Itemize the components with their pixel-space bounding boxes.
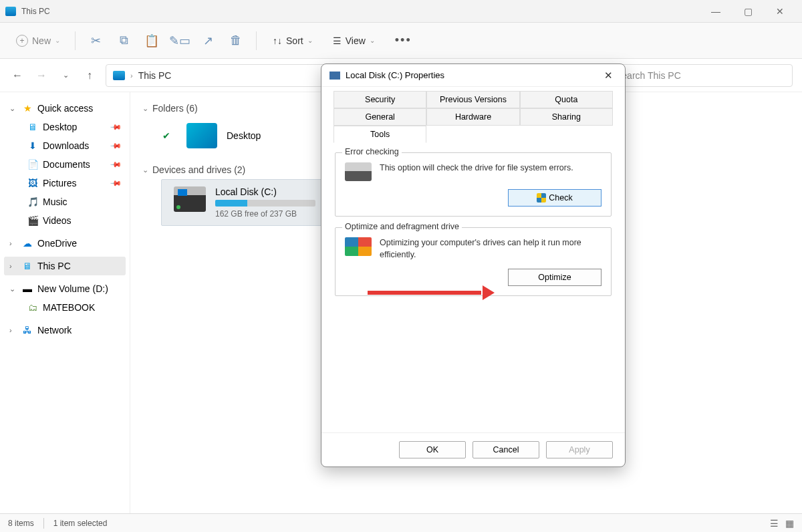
tree-desktop[interactable]: 🖥Desktop📌 [21,118,126,136]
shield-icon [537,193,546,203]
status-selection: 1 item selected [53,519,108,528]
more-button[interactable]: ••• [387,29,420,51]
window-titlebar: This PC ― ▢ ✕ [0,0,802,23]
pin-icon: 📌 [109,139,122,152]
search-input[interactable]: Search This PC [608,64,793,87]
tree-videos[interactable]: 🎬Videos [21,211,126,230]
status-bar: 8 items 1 item selected ☰ ▦ [0,513,802,532]
download-icon: ⬇ [27,140,39,152]
folder-label: Desktop [227,130,261,141]
this-pc-icon [113,71,125,80]
nav-tree: ⌄ ★ Quick access 🖥Desktop📌 ⬇Downloads📌 📄… [0,92,130,513]
tree-quick-access[interactable]: ⌄ ★ Quick access [4,99,126,118]
drive-local-disk-c[interactable]: Local Disk (C:) 162 GB free of 237 GB [161,179,333,226]
optimize-text: Optimizing your computer's drives can he… [380,237,602,261]
copy-icon[interactable]: ⧉ [112,29,136,53]
pin-icon: 📌 [109,176,122,189]
back-button[interactable]: ← [9,68,25,84]
tree-matebook[interactable]: 🗂MATEBOOK [21,298,126,317]
drive-free-text: 162 GB free of 237 GB [215,209,321,219]
paste-icon[interactable]: 📋 [140,29,164,53]
pin-icon: 📌 [109,120,122,133]
music-icon: 🎵 [27,196,39,208]
drive-icon [329,72,340,80]
star-icon: ★ [21,102,33,114]
drive-name: Local Disk (C:) [215,186,321,197]
drive-usage-bar [215,200,315,207]
up-button[interactable]: ↑ [82,68,98,84]
cancel-button[interactable]: Cancel [473,441,539,458]
chevron-down-icon: ⌄ [9,104,17,113]
cut-icon[interactable]: ✂ [84,29,108,53]
plus-icon: + [16,35,28,47]
tiles-view-icon[interactable]: ▦ [785,518,794,529]
recent-button[interactable]: ⌄ [57,68,74,84]
chevron-down-icon: ⌄ [142,104,148,113]
chevron-right-icon: › [9,239,17,247]
tree-new-volume[interactable]: ⌄ ▬ New Volume (D:) [4,279,126,298]
document-icon: 📄 [27,158,39,170]
sort-icon: ↑↓ [273,35,282,46]
toolbar: + New ⌄ ✂ ⧉ 📋 ✎▭ ↗ 🗑 ↑↓ Sort ⌄ ☰ View ⌄ … [0,23,802,59]
group-label: Optimize and defragment drive [342,222,462,231]
tab-tools[interactable]: Tools [333,126,426,143]
network-icon: 🖧 [21,324,33,336]
optimize-group: Optimize and defragment drive Optimizing… [335,227,612,296]
folder-icon [186,123,217,148]
window-title: This PC [21,7,50,16]
properties-dialog: Local Disk (C:) Properties ✕ Security Pr… [321,63,626,467]
tab-quota[interactable]: Quota [520,91,613,108]
tree-network[interactable]: › 🖧 Network [4,321,126,340]
tree-pictures[interactable]: 🖼Pictures📌 [21,174,126,192]
apply-button[interactable]: Apply [546,441,613,458]
error-checking-group: Error checking This option will check th… [335,152,612,217]
optimize-button[interactable]: Optimize [508,269,602,286]
view-label: View [346,35,366,46]
close-button[interactable]: ✕ [770,5,790,18]
drive-icon: ▬ [21,283,33,295]
dialog-titlebar: Local Disk (C:) Properties ✕ [321,64,625,87]
chevron-right-icon: › [130,72,133,80]
tree-label: Quick access [37,103,93,114]
picture-icon: 🖼 [27,177,39,189]
rename-icon[interactable]: ✎▭ [168,29,192,53]
cloud-icon: ☁ [21,237,33,249]
maximize-button[interactable]: ▢ [738,5,758,18]
folder-desktop[interactable]: ✔ Desktop [162,123,296,148]
defrag-icon [345,237,372,256]
tab-security[interactable]: Security [333,91,426,108]
section-label: Devices and drives (2) [152,164,245,175]
check-button[interactable]: Check [508,189,602,207]
view-button[interactable]: ☰ View ⌄ [325,31,383,50]
share-icon[interactable]: ↗ [196,29,220,53]
delete-icon[interactable]: 🗑 [224,29,248,53]
minimize-button[interactable]: ― [706,5,726,18]
tab-sharing[interactable]: Sharing [520,108,613,126]
tree-this-pc[interactable]: › 🖥 This PC [4,257,126,275]
new-button[interactable]: + New ⌄ [9,31,67,51]
tree-downloads[interactable]: ⬇Downloads📌 [21,136,126,155]
tab-general[interactable]: General [333,108,426,126]
tab-strip: Security Previous Versions Quota General… [321,87,625,143]
dialog-close-button[interactable]: ✕ [600,68,617,83]
chevron-down-icon: ⌄ [142,166,148,174]
tree-onedrive[interactable]: › ☁ OneDrive [4,234,126,253]
tree-documents[interactable]: 📄Documents📌 [21,155,126,174]
sort-label: Sort [286,35,303,46]
tab-hardware[interactable]: Hardware [426,108,519,126]
ok-button[interactable]: OK [399,441,466,458]
details-view-icon[interactable]: ☰ [770,518,779,529]
tab-previous-versions[interactable]: Previous Versions [426,91,519,108]
pin-icon: 📌 [109,158,122,170]
sync-ok-icon: ✔ [162,130,177,141]
status-item-count: 8 items [8,519,34,528]
chevron-down-icon: ⌄ [9,285,17,293]
group-label: Error checking [342,147,402,156]
breadcrumb[interactable]: This PC [138,70,172,81]
sort-button[interactable]: ↑↓ Sort ⌄ [265,31,321,50]
dialog-button-row: OK Cancel Apply [321,432,625,467]
chevron-down-icon: ⌄ [370,37,375,44]
video-icon: 🎬 [27,215,39,227]
forward-button[interactable]: → [33,68,49,84]
tree-music[interactable]: 🎵Music [21,192,126,211]
